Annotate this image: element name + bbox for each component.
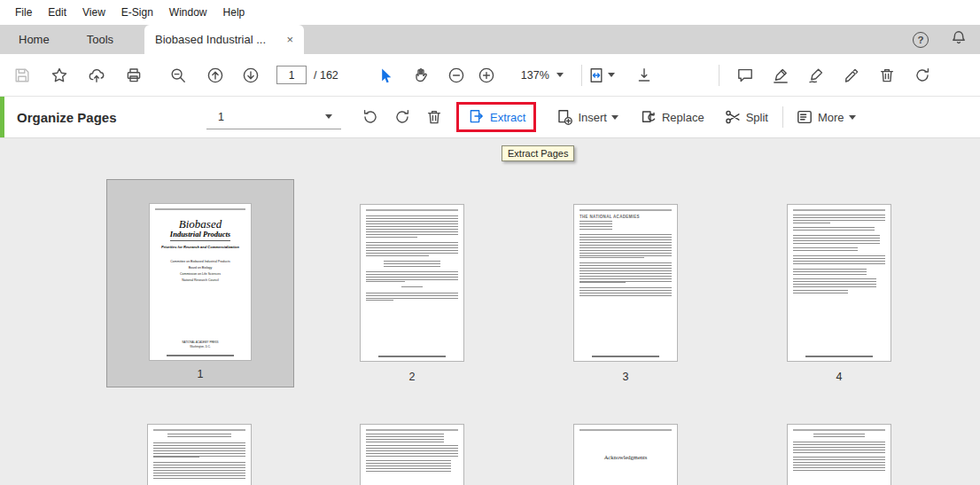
text-lines xyxy=(366,460,451,473)
cover-title-1: Biobased xyxy=(155,218,245,230)
tab-home[interactable]: Home xyxy=(0,25,68,54)
cover-committee-lines: Committee on Biobased Industrial Product… xyxy=(155,259,245,284)
page-scrolling-icon[interactable] xyxy=(629,60,659,90)
page-thumbnail-4[interactable] xyxy=(787,204,891,362)
cover-line: Washington, D.C. xyxy=(155,345,245,349)
page-thumbnail-5[interactable] xyxy=(147,424,252,485)
page-range-value: 1 xyxy=(218,111,224,123)
page-thumbnail-2[interactable] xyxy=(360,204,464,362)
menu-help[interactable]: Help xyxy=(215,3,253,22)
menu-esign[interactable]: E-Sign xyxy=(113,3,161,22)
page-number-label: 1 xyxy=(107,368,293,380)
insert-icon xyxy=(556,108,573,126)
text-lines xyxy=(366,237,417,239)
page-range-dropdown[interactable]: 1 xyxy=(206,106,341,129)
zoom-out-icon[interactable] xyxy=(441,60,471,90)
text-lines xyxy=(793,442,885,454)
text-lines xyxy=(579,234,672,257)
more-options-icon xyxy=(796,108,813,126)
help-icon[interactable]: ? xyxy=(913,32,929,48)
next-page-icon[interactable] xyxy=(236,60,266,90)
save-icon[interactable] xyxy=(7,60,37,90)
page-thumbnail-6[interactable] xyxy=(360,424,464,485)
thumbnail-grid: Biobased Industrial Products Priorities … xyxy=(0,138,980,485)
page7-heading: Acknowledgments xyxy=(579,454,672,460)
cover-subtitle: Priorities for Research and Commercializ… xyxy=(155,245,245,249)
text-lines xyxy=(579,429,672,431)
text-lines xyxy=(813,434,864,438)
text-lines xyxy=(155,208,245,210)
hand-tool-icon[interactable] xyxy=(406,60,436,90)
organize-pages-title: Organize Pages xyxy=(17,110,118,125)
text-lines xyxy=(153,442,245,457)
text-lines xyxy=(579,221,612,230)
cover-line: Committee on Biobased Industrial Product… xyxy=(155,259,245,265)
text-lines xyxy=(793,209,885,211)
menu-window[interactable]: Window xyxy=(161,3,215,22)
more-label: More xyxy=(818,111,844,124)
search-zoom-icon[interactable] xyxy=(163,60,193,90)
extract-label: Extract xyxy=(490,111,525,124)
delete-pages-icon[interactable] xyxy=(872,60,902,90)
text-lines xyxy=(366,445,458,458)
close-tab-icon[interactable]: × xyxy=(286,33,293,46)
zoom-level-dropdown[interactable]: 137% xyxy=(516,66,569,85)
rotate-icon[interactable] xyxy=(907,60,937,90)
more-button[interactable]: More xyxy=(796,108,856,126)
tab-tools[interactable]: Tools xyxy=(68,25,132,54)
text-lines xyxy=(167,434,232,439)
tab-document[interactable]: Biobased Industrial ... × xyxy=(144,25,304,54)
extract-icon xyxy=(467,108,485,126)
text-lines xyxy=(579,262,672,282)
star-favorite-icon[interactable] xyxy=(44,60,74,90)
menu-edit[interactable]: Edit xyxy=(40,3,74,22)
page-thumbnail-8[interactable] xyxy=(787,424,891,485)
rotate-clockwise-icon[interactable] xyxy=(389,104,416,130)
page-thumbnail-3[interactable]: THE NATIONAL ACADEMIES xyxy=(573,204,678,362)
page-thumbnail-1[interactable]: Biobased Industrial Products Priorities … xyxy=(149,203,252,361)
text-lines xyxy=(805,356,874,357)
text-lines xyxy=(366,293,458,300)
split-button[interactable]: Split xyxy=(724,108,768,126)
comment-icon[interactable] xyxy=(730,60,760,90)
scissors-icon xyxy=(724,108,742,126)
split-label: Split xyxy=(746,111,768,124)
text-lines xyxy=(153,429,245,431)
text-lines xyxy=(579,287,672,296)
request-esign-icon[interactable] xyxy=(836,60,867,90)
previous-page-icon[interactable] xyxy=(200,60,230,90)
main-toolbar: / 162 137% xyxy=(0,54,980,96)
replace-button[interactable]: Replace xyxy=(640,108,704,126)
sign-icon[interactable] xyxy=(801,60,831,90)
text-lines xyxy=(579,257,644,259)
page-fit-dropdown[interactable] xyxy=(587,66,615,84)
text-lines xyxy=(793,278,876,287)
highlight-icon[interactable] xyxy=(766,60,796,90)
insert-button[interactable]: Insert xyxy=(556,108,618,126)
tab-home-label: Home xyxy=(19,33,50,46)
text-lines xyxy=(793,223,830,224)
print-icon[interactable] xyxy=(119,60,149,90)
extract-tooltip: Extract Pages xyxy=(502,145,574,161)
cloud-upload-icon[interactable] xyxy=(82,60,112,90)
page-number-input[interactable] xyxy=(276,66,307,84)
text-lines xyxy=(579,282,626,284)
text-lines xyxy=(366,242,458,255)
delete-page-icon[interactable] xyxy=(421,104,447,130)
notifications-bell-icon[interactable] xyxy=(950,29,968,51)
text-lines xyxy=(366,281,405,283)
page-thumbnail-1-selected[interactable]: Biobased Industrial Products Priorities … xyxy=(106,179,294,387)
text-lines xyxy=(366,255,429,257)
cover-line: Commission on Life Sciences xyxy=(155,271,245,278)
menu-file[interactable]: File xyxy=(7,3,40,22)
annotation-tools-group xyxy=(719,60,937,90)
page-thumbnail-7[interactable]: Acknowledgments xyxy=(573,424,678,485)
extract-button[interactable]: Extract xyxy=(467,108,525,126)
rotate-counterclockwise-icon[interactable] xyxy=(357,104,384,130)
page-total-label: / 162 xyxy=(314,69,338,82)
zoom-in-icon[interactable] xyxy=(471,60,502,90)
menu-view[interactable]: View xyxy=(74,3,113,22)
select-tool-icon[interactable] xyxy=(370,60,401,90)
text-lines xyxy=(793,247,858,253)
toolbar-separator xyxy=(782,106,783,128)
